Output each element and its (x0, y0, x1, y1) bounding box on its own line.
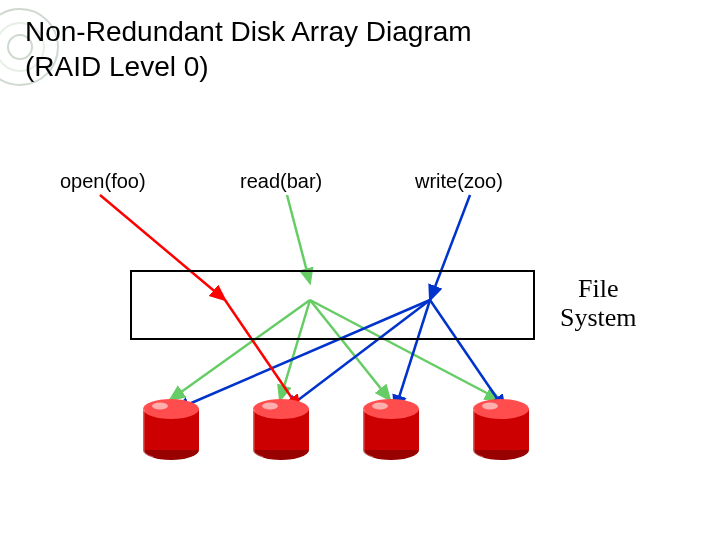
svg-point-17 (473, 399, 529, 419)
svg-point-5 (143, 399, 199, 419)
op-label-open: open(foo) (60, 170, 146, 193)
disk-0 (140, 395, 202, 465)
disk-2 (360, 395, 422, 465)
op-label-write-text: write(zoo) (415, 170, 503, 192)
svg-point-10 (262, 403, 278, 410)
svg-point-6 (152, 403, 168, 410)
fs-label-line-1: File (578, 274, 618, 303)
svg-point-13 (363, 399, 419, 419)
title-line-2: (RAID Level 0) (25, 51, 209, 82)
fs-label-line-2: System (560, 303, 637, 332)
file-system-box (130, 270, 535, 340)
file-system-label: File System (560, 275, 637, 332)
svg-point-14 (372, 403, 388, 410)
slide-title: Non-Redundant Disk Array Diagram (RAID L… (25, 14, 472, 84)
svg-point-9 (253, 399, 309, 419)
disk-3 (470, 395, 532, 465)
disk-1 (250, 395, 312, 465)
op-label-read-text: read(bar) (240, 170, 322, 192)
op-label-read: read(bar) (240, 170, 322, 193)
svg-point-18 (482, 403, 498, 410)
op-label-open-text: open(foo) (60, 170, 146, 192)
title-line-1: Non-Redundant Disk Array Diagram (25, 16, 472, 47)
op-label-write: write(zoo) (415, 170, 503, 193)
